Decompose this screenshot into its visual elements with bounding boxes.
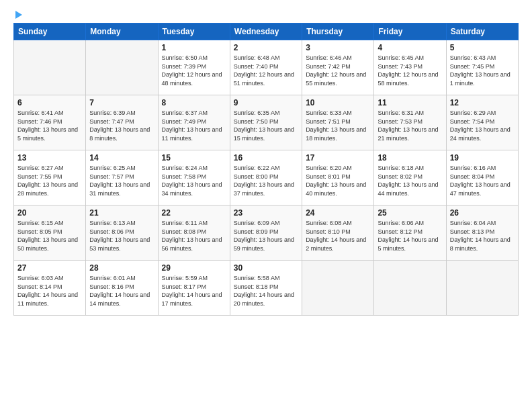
day-cell: 5Sunrise: 6:43 AMSunset: 7:45 PMDaylight…	[446, 40, 518, 95]
week-row-1: 1Sunrise: 6:50 AMSunset: 7:39 PMDaylight…	[14, 40, 519, 95]
day-number: 8	[162, 98, 226, 107]
day-number: 26	[450, 208, 515, 218]
day-cell: 12Sunrise: 6:29 AMSunset: 7:54 PMDayligh…	[446, 95, 518, 150]
day-number: 30	[234, 263, 298, 273]
day-number: 4	[378, 43, 442, 52]
day-info: Sunrise: 6:35 AMSunset: 7:50 PMDaylight:…	[234, 109, 298, 142]
day-info: Sunrise: 6:39 AMSunset: 7:47 PMDaylight:…	[89, 109, 154, 142]
day-info: Sunrise: 6:08 AMSunset: 8:10 PMDaylight:…	[306, 219, 370, 253]
logo	[13, 11, 22, 19]
day-number: 20	[17, 208, 82, 218]
day-cell: 24Sunrise: 6:08 AMSunset: 8:10 PMDayligh…	[302, 205, 374, 261]
day-cell: 25Sunrise: 6:06 AMSunset: 8:12 PMDayligh…	[374, 205, 446, 261]
day-cell	[374, 261, 446, 316]
day-cell: 29Sunrise: 5:59 AMSunset: 8:17 PMDayligh…	[158, 261, 230, 316]
day-info: Sunrise: 6:25 AMSunset: 7:57 PMDaylight:…	[89, 164, 154, 197]
day-number: 15	[162, 153, 226, 163]
page: SundayMondayTuesdayWednesdayThursdayFrid…	[0, 0, 532, 411]
day-info: Sunrise: 6:18 AMSunset: 8:02 PMDaylight:…	[378, 164, 442, 197]
col-header-wednesday: Wednesday	[230, 24, 302, 40]
day-number: 27	[17, 263, 82, 273]
day-info: Sunrise: 6:24 AMSunset: 7:58 PMDaylight:…	[162, 164, 226, 197]
day-number: 3	[306, 43, 370, 52]
day-cell	[14, 40, 86, 95]
col-header-sunday: Sunday	[14, 24, 86, 40]
day-cell: 1Sunrise: 6:50 AMSunset: 7:39 PMDaylight…	[158, 40, 230, 95]
day-number: 29	[162, 263, 226, 273]
week-row-5: 27Sunrise: 6:03 AMSunset: 8:14 PMDayligh…	[14, 261, 519, 316]
day-info: Sunrise: 6:37 AMSunset: 7:49 PMDaylight:…	[162, 109, 226, 142]
day-info: Sunrise: 6:43 AMSunset: 7:45 PMDaylight:…	[450, 54, 515, 87]
day-info: Sunrise: 6:29 AMSunset: 7:54 PMDaylight:…	[450, 109, 515, 142]
calendar-header-row: SundayMondayTuesdayWednesdayThursdayFrid…	[14, 24, 519, 40]
col-header-monday: Monday	[86, 24, 158, 40]
day-cell: 16Sunrise: 6:22 AMSunset: 8:00 PMDayligh…	[230, 150, 302, 205]
day-cell: 10Sunrise: 6:33 AMSunset: 7:51 PMDayligh…	[302, 95, 374, 150]
day-info: Sunrise: 6:46 AMSunset: 7:42 PMDaylight:…	[306, 54, 370, 87]
day-number: 11	[378, 98, 442, 107]
day-cell: 23Sunrise: 6:09 AMSunset: 8:09 PMDayligh…	[230, 205, 302, 261]
day-number: 12	[450, 98, 515, 107]
day-info: Sunrise: 6:04 AMSunset: 8:13 PMDaylight:…	[450, 219, 515, 253]
day-cell: 6Sunrise: 6:41 AMSunset: 7:46 PMDaylight…	[14, 95, 86, 150]
day-cell: 27Sunrise: 6:03 AMSunset: 8:14 PMDayligh…	[14, 261, 86, 316]
week-row-2: 6Sunrise: 6:41 AMSunset: 7:46 PMDaylight…	[14, 95, 519, 150]
day-number: 22	[162, 208, 226, 218]
day-cell: 4Sunrise: 6:45 AMSunset: 7:43 PMDaylight…	[374, 40, 446, 95]
day-number: 25	[378, 208, 442, 218]
day-cell: 26Sunrise: 6:04 AMSunset: 8:13 PMDayligh…	[446, 205, 518, 261]
day-cell: 15Sunrise: 6:24 AMSunset: 7:58 PMDayligh…	[158, 150, 230, 205]
week-row-4: 20Sunrise: 6:15 AMSunset: 8:05 PMDayligh…	[14, 205, 519, 261]
day-number: 5	[450, 43, 515, 52]
day-number: 19	[450, 153, 515, 163]
day-number: 18	[378, 153, 442, 163]
col-header-tuesday: Tuesday	[158, 24, 230, 40]
day-cell: 13Sunrise: 6:27 AMSunset: 7:55 PMDayligh…	[14, 150, 86, 205]
day-number: 9	[234, 98, 298, 107]
day-cell: 19Sunrise: 6:16 AMSunset: 8:04 PMDayligh…	[446, 150, 518, 205]
day-number: 7	[89, 98, 154, 107]
day-cell: 22Sunrise: 6:11 AMSunset: 8:08 PMDayligh…	[158, 205, 230, 261]
day-info: Sunrise: 5:58 AMSunset: 8:18 PMDaylight:…	[234, 274, 298, 308]
day-number: 17	[306, 153, 370, 163]
logo-arrow-icon	[15, 11, 22, 19]
day-info: Sunrise: 6:33 AMSunset: 7:51 PMDaylight:…	[306, 109, 370, 142]
day-info: Sunrise: 6:22 AMSunset: 8:00 PMDaylight:…	[234, 164, 298, 197]
day-cell: 17Sunrise: 6:20 AMSunset: 8:01 PMDayligh…	[302, 150, 374, 205]
day-number: 13	[17, 153, 82, 163]
day-cell: 14Sunrise: 6:25 AMSunset: 7:57 PMDayligh…	[86, 150, 158, 205]
day-cell	[446, 261, 518, 316]
day-info: Sunrise: 6:11 AMSunset: 8:08 PMDaylight:…	[162, 219, 226, 253]
day-info: Sunrise: 6:09 AMSunset: 8:09 PMDaylight:…	[234, 219, 298, 253]
day-number: 6	[17, 98, 82, 107]
col-header-thursday: Thursday	[302, 24, 374, 40]
day-number: 21	[89, 208, 154, 218]
day-info: Sunrise: 6:15 AMSunset: 8:05 PMDaylight:…	[17, 219, 82, 253]
header	[13, 11, 519, 19]
day-info: Sunrise: 6:03 AMSunset: 8:14 PMDaylight:…	[17, 274, 82, 308]
day-info: Sunrise: 6:50 AMSunset: 7:39 PMDaylight:…	[162, 54, 226, 87]
day-number: 1	[162, 43, 226, 52]
day-cell: 28Sunrise: 6:01 AMSunset: 8:16 PMDayligh…	[86, 261, 158, 316]
day-number: 2	[234, 43, 298, 52]
day-info: Sunrise: 5:59 AMSunset: 8:17 PMDaylight:…	[162, 274, 226, 308]
day-info: Sunrise: 6:48 AMSunset: 7:40 PMDaylight:…	[234, 54, 298, 87]
day-number: 10	[306, 98, 370, 107]
day-cell	[302, 261, 374, 316]
col-header-saturday: Saturday	[446, 24, 518, 40]
day-info: Sunrise: 6:01 AMSunset: 8:16 PMDaylight:…	[89, 274, 154, 308]
day-cell: 9Sunrise: 6:35 AMSunset: 7:50 PMDaylight…	[230, 95, 302, 150]
day-cell: 2Sunrise: 6:48 AMSunset: 7:40 PMDaylight…	[230, 40, 302, 95]
day-cell: 3Sunrise: 6:46 AMSunset: 7:42 PMDaylight…	[302, 40, 374, 95]
day-cell: 18Sunrise: 6:18 AMSunset: 8:02 PMDayligh…	[374, 150, 446, 205]
day-cell: 30Sunrise: 5:58 AMSunset: 8:18 PMDayligh…	[230, 261, 302, 316]
day-cell: 7Sunrise: 6:39 AMSunset: 7:47 PMDaylight…	[86, 95, 158, 150]
col-header-friday: Friday	[374, 24, 446, 40]
day-cell	[86, 40, 158, 95]
day-info: Sunrise: 6:20 AMSunset: 8:01 PMDaylight:…	[306, 164, 370, 197]
day-info: Sunrise: 6:45 AMSunset: 7:43 PMDaylight:…	[378, 54, 442, 87]
day-info: Sunrise: 6:16 AMSunset: 8:04 PMDaylight:…	[450, 164, 515, 197]
calendar: SundayMondayTuesdayWednesdayThursdayFrid…	[13, 23, 519, 316]
day-number: 23	[234, 208, 298, 218]
day-number: 14	[89, 153, 154, 163]
